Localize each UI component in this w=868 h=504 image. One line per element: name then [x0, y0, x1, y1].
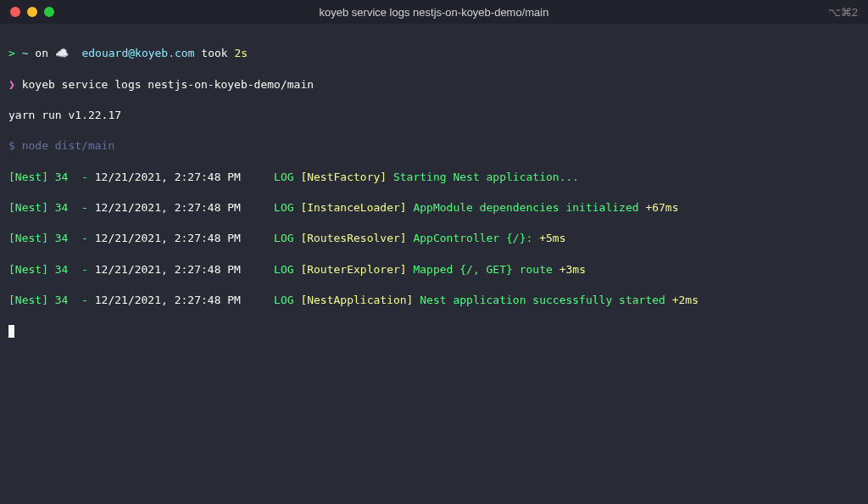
prompt-user: edouard@koyeb.com: [81, 47, 194, 59]
log-prefix: [Nest] 34 -: [8, 171, 95, 183]
prompt-on: on: [35, 47, 48, 59]
log-timestamp: 12/21/2021, 2:27:48 PM: [95, 171, 241, 183]
command-text: koyeb service logs nestjs-on-koyeb-demo/…: [22, 78, 314, 91]
cloud-icon: ☁️: [55, 47, 69, 59]
prompt-arrow-icon: >: [8, 47, 15, 59]
minimize-icon[interactable]: [27, 7, 37, 17]
log-timestamp: 12/21/2021, 2:27:48 PM: [95, 294, 241, 306]
dollar-prompt: $: [8, 139, 15, 152]
log-prefix: [Nest] 34 -: [8, 232, 95, 244]
log-timestamp: 12/21/2021, 2:27:48 PM: [95, 263, 241, 276]
traffic-lights: [10, 7, 54, 17]
log-timestamp: 12/21/2021, 2:27:48 PM: [95, 201, 241, 214]
titlebar: koyeb service logs nestjs-on-koyeb-demo/…: [0, 0, 868, 24]
log-message: Mapped {/, GET} route: [413, 263, 552, 276]
node-cmd: node dist/main: [22, 139, 115, 152]
log-level: LOG: [274, 232, 293, 244]
cursor-icon: [8, 325, 14, 338]
prompt-path: ~: [22, 47, 29, 59]
log-message: AppController {/}:: [413, 232, 532, 244]
command-line: ❯ koyeb service logs nestjs-on-koyeb-dem…: [8, 77, 860, 92]
log-line: [Nest] 34 - 12/21/2021, 2:27:48 PM LOG […: [8, 262, 860, 277]
terminal-window: koyeb service logs nestjs-on-koyeb-demo/…: [0, 0, 868, 504]
log-suffix: +5ms: [532, 232, 565, 244]
prompt-line: > ~ on ☁️ edouard@koyeb.com took 2s: [8, 46, 860, 61]
log-prefix: [Nest] 34 -: [8, 201, 95, 214]
log-message: Nest application successfully started: [420, 294, 665, 306]
terminal-body[interactable]: > ~ on ☁️ edouard@koyeb.com took 2s ❯ ko…: [0, 24, 868, 504]
log-module: [NestFactory]: [300, 171, 387, 183]
log-level: LOG: [274, 201, 293, 214]
log-suffix: +3ms: [553, 263, 586, 276]
log-module: [RouterExplorer]: [300, 263, 406, 276]
log-suffix: +67ms: [639, 201, 679, 214]
prompt-symbol: ❯: [8, 78, 15, 91]
log-message: Starting Nest application...: [393, 171, 579, 183]
output-line: yarn run v1.22.17: [8, 108, 860, 123]
log-level: LOG: [274, 171, 293, 183]
prompt-took: took: [201, 47, 227, 59]
maximize-icon[interactable]: [44, 7, 54, 17]
log-module: [RoutesResolver]: [300, 232, 406, 244]
window-title: koyeb service logs nestjs-on-koyeb-demo/…: [320, 6, 549, 19]
log-prefix: [Nest] 34 -: [8, 294, 95, 306]
log-module: [InstanceLoader]: [300, 201, 406, 214]
log-timestamp: 12/21/2021, 2:27:48 PM: [95, 232, 241, 244]
output-line: $ node dist/main: [8, 138, 860, 154]
log-message: AppModule dependencies initialized: [413, 201, 638, 214]
log-suffix: +2ms: [665, 294, 698, 306]
close-icon[interactable]: [10, 7, 20, 17]
log-module: [NestApplication]: [300, 294, 413, 306]
log-line: [Nest] 34 - 12/21/2021, 2:27:48 PM LOG […: [8, 170, 860, 185]
log-line: [Nest] 34 - 12/21/2021, 2:27:48 PM LOG […: [8, 293, 860, 308]
prompt-duration: 2s: [234, 47, 248, 59]
yarn-output: yarn run v1.22.17: [8, 109, 121, 121]
log-prefix: [Nest] 34 -: [8, 263, 95, 276]
log-line: [Nest] 34 - 12/21/2021, 2:27:48 PM LOG […: [8, 200, 860, 216]
log-level: LOG: [274, 294, 293, 306]
log-line: [Nest] 34 - 12/21/2021, 2:27:48 PM LOG […: [8, 231, 860, 246]
shortcut-indicator: ⌥⌘2: [828, 6, 858, 19]
log-level: LOG: [274, 263, 293, 276]
